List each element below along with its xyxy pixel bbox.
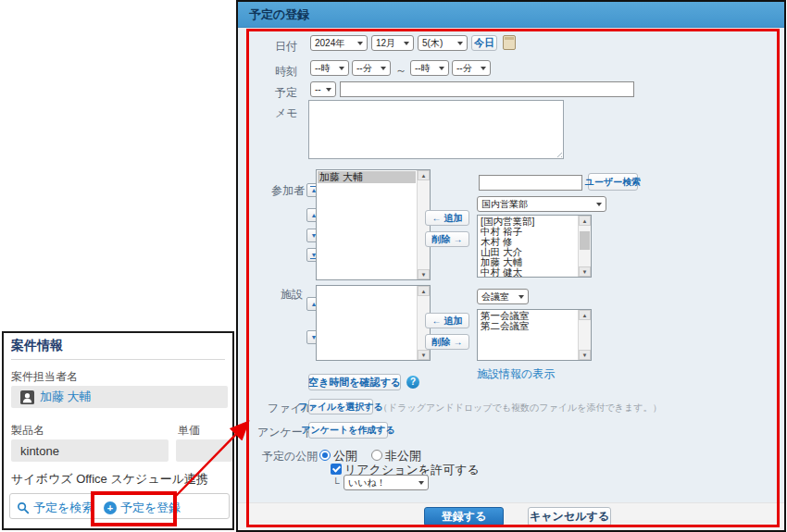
facilities-label: 施設 (281, 287, 303, 303)
start-min-value: --分 (356, 62, 372, 75)
facility-candidates-items: 第一会議室第二会議室 (478, 310, 578, 360)
scrollbar-track[interactable] (579, 320, 591, 350)
calendar-icon[interactable] (503, 35, 516, 50)
chevron-down-icon (596, 203, 602, 209)
end-hour-select[interactable]: --時 (410, 60, 449, 76)
facility-group-select[interactable]: 会議室 (477, 289, 529, 304)
scroll-up-icon[interactable]: ▲ (579, 216, 591, 226)
reaction-type-select[interactable]: いいね！ (344, 475, 429, 490)
help-icon[interactable]: ? (406, 376, 419, 389)
user-icon (20, 390, 34, 404)
facility-candidates-listbox[interactable]: 第一会議室第二会議室 ▲ ▼ (477, 309, 592, 361)
date-label: 日付 (275, 39, 297, 55)
chevron-down-icon (357, 42, 363, 48)
case-info-panel: 案件情報 案件担当者名 加藤 大輔 製品名 単価 kintone サイボウズ O… (2, 331, 234, 530)
today-button[interactable]: 今日 (471, 35, 497, 51)
public-radio[interactable] (319, 450, 331, 461)
year-select[interactable]: 2024年 (310, 35, 368, 51)
add-facility-button[interactable]: ← 追加 (425, 313, 469, 328)
day-select[interactable]: 5(木) (418, 35, 468, 51)
scroll-down-icon[interactable]: ▼ (579, 350, 591, 360)
integration-title: サイボウズ Office スケジュール連携 (11, 471, 208, 488)
dialog-footer (238, 502, 784, 530)
scrollbar-thumb[interactable] (580, 231, 590, 250)
panel-title: 案件情報 (11, 338, 63, 354)
start-min-select[interactable]: --分 (352, 60, 391, 76)
visibility-label: 予定の公開 (262, 449, 318, 464)
chevron-down-icon (339, 67, 344, 73)
reaction-type-value: いいね！ (348, 476, 386, 489)
scroll-up-icon[interactable]: ▲ (579, 310, 591, 320)
scroll-down-icon[interactable]: ▼ (579, 266, 591, 277)
group-select[interactable]: 国内営業部 (477, 196, 606, 212)
list-item[interactable]: 中村 健太 (479, 267, 577, 277)
schedule-registration-dialog: 予定の登録 日付 2024年 12月 5(木) 今日 時刻 --時 --分 ～ … (236, 0, 786, 532)
create-survey-button[interactable]: アンケートを作成する (308, 422, 388, 439)
participants-listbox[interactable]: 加藤 大輔 ▲ ▼ (316, 169, 431, 280)
end-min-select[interactable]: --分 (452, 60, 491, 76)
remove-participant-button[interactable]: 削除 → (425, 231, 469, 247)
start-hour-select[interactable]: --時 (310, 60, 349, 76)
memo-textarea[interactable] (308, 100, 564, 159)
year-value: 2024年 (315, 37, 344, 50)
tree-branch-glyph: └ (332, 477, 340, 489)
chevron-down-icon (518, 295, 524, 302)
schedule-title-input[interactable] (340, 81, 634, 97)
chevron-down-icon (381, 67, 386, 73)
scroll-down-icon[interactable]: ▼ (418, 269, 430, 279)
start-hour-value: --時 (315, 62, 331, 75)
facilities-items (317, 286, 417, 360)
select-file-button[interactable]: ファイルを選択する (308, 399, 373, 414)
search-icon (17, 501, 30, 514)
add-participant-button[interactable]: ← 追加 (425, 210, 469, 226)
divider (11, 359, 225, 360)
month-select[interactable]: 12月 (371, 35, 414, 51)
file-note: （ドラッグアンドドロップでも複数のファイルを添付できます。） (379, 402, 661, 414)
schedule-menu-value: -- (315, 84, 321, 94)
register-schedule-link[interactable]: + 予定を登録 (104, 500, 181, 516)
search-schedule-link[interactable]: 予定を検索 (17, 500, 94, 516)
check-free-time-button[interactable]: 空き時間を確認する (308, 374, 401, 390)
register-schedule-label: 予定を登録 (120, 500, 181, 516)
product-label: 製品名 (11, 423, 44, 439)
product-field: kintone (11, 439, 169, 462)
search-schedule-label: 予定を検索 (33, 500, 94, 516)
facility-info-link[interactable]: 施設情報の表示 (477, 366, 555, 382)
scrollbar-track[interactable] (579, 226, 591, 266)
page: 案件情報 案件担当者名 加藤 大輔 製品名 単価 kintone サイボウズ O… (0, 0, 787, 532)
chevron-down-icon (326, 88, 331, 94)
scroll-up-icon[interactable]: ▲ (418, 170, 430, 180)
participants-items: 加藤 大輔 (317, 170, 417, 279)
list-item[interactable]: 第二会議室 (479, 321, 577, 331)
schedule-label: 予定 (275, 85, 297, 101)
user-search-input[interactable] (479, 175, 582, 191)
owner-label: 案件担当者名 (11, 369, 78, 385)
participants-label: 参加者 (271, 183, 305, 199)
cancel-button[interactable]: キャンセルする (528, 507, 611, 526)
submit-button[interactable]: 登録する (424, 507, 504, 526)
user-candidates-listbox[interactable]: [国内営業部]中村 裕子木村 修山田 大介加藤 大輔中村 健太 ▲ ▼ (477, 215, 592, 278)
allow-reaction-checkbox[interactable] (331, 464, 342, 475)
chevron-down-icon (457, 42, 463, 48)
owner-field: 加藤 大輔 (11, 386, 228, 408)
scrollbar[interactable]: ▲ ▼ (578, 216, 591, 277)
chevron-down-icon (404, 42, 409, 48)
scroll-up-icon[interactable]: ▲ (418, 286, 430, 296)
end-hour-value: --時 (415, 62, 431, 75)
user-candidates-items: [国内営業部]中村 裕子木村 修山田 大介加藤 大輔中村 健太 (478, 216, 578, 277)
scroll-down-icon[interactable]: ▼ (418, 350, 430, 360)
owner-value-link[interactable]: 加藤 大輔 (40, 389, 92, 405)
facilities-listbox[interactable]: ▲ ▼ (316, 285, 431, 361)
scrollbar[interactable]: ▲ ▼ (578, 310, 591, 360)
remove-facility-button[interactable]: 削除 → (425, 334, 469, 350)
user-search-button[interactable]: ユーザー検索 (588, 173, 638, 191)
end-min-value: --分 (456, 62, 472, 75)
list-item[interactable]: 加藤 大輔 (318, 171, 416, 183)
time-label: 時刻 (275, 64, 297, 80)
chevron-down-icon (418, 481, 424, 488)
schedule-menu-select[interactable]: -- (310, 81, 336, 97)
chevron-down-icon (481, 67, 486, 73)
plus-icon: + (104, 501, 117, 514)
private-radio[interactable] (371, 450, 382, 461)
dialog-title: 予定の登録 (249, 6, 309, 23)
